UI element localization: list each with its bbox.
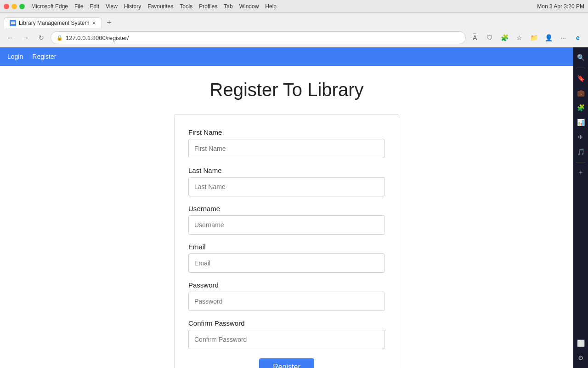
last-name-input[interactable]: [188, 177, 385, 196]
tab-bar: 📖 Library Management System × +: [0, 13, 588, 29]
menu-window[interactable]: Window: [239, 3, 259, 10]
menu-file[interactable]: File: [74, 3, 83, 10]
forward-button[interactable]: →: [19, 31, 32, 44]
first-name-input[interactable]: [188, 139, 385, 158]
menu-favourites[interactable]: Favourites: [147, 3, 173, 10]
edge-icon[interactable]: e: [571, 31, 584, 44]
username-label: Username: [188, 205, 385, 213]
sidebar-divider-2: [576, 162, 585, 162]
confirm-password-group: Confirm Password: [188, 319, 385, 349]
read-aloud-icon[interactable]: A̅: [469, 31, 481, 44]
minimize-dot[interactable]: [11, 4, 17, 9]
close-dot[interactable]: [4, 4, 9, 9]
url-bar[interactable]: 🔒 127.0.0.1:8000/register/: [51, 31, 466, 44]
sidebar-favorites-icon[interactable]: 🔖: [574, 72, 587, 85]
main-container: Login Register Register To Library First…: [0, 47, 588, 368]
menu-bar: Microsoft Edge File Edit View History Fa…: [31, 3, 277, 10]
page-body: Register To Library First Name Last Name…: [0, 66, 573, 368]
menu-history[interactable]: History: [124, 3, 141, 10]
tab-favicon: 📖: [10, 20, 16, 26]
email-input[interactable]: [188, 253, 385, 273]
url-text: 127.0.0.1:8000/register/: [66, 34, 129, 41]
sidebar-music-icon[interactable]: 🎵: [574, 145, 587, 158]
back-button[interactable]: ←: [4, 31, 17, 44]
collections-icon[interactable]: 📁: [527, 31, 540, 44]
favorites-icon[interactable]: ☆: [513, 31, 526, 44]
password-group: Password: [188, 281, 385, 311]
email-group: Email: [188, 243, 385, 273]
tab-title: Library Management System: [19, 20, 89, 26]
sidebar-office-icon[interactable]: 📊: [574, 116, 587, 129]
address-bar: ← → ↻ 🔒 127.0.0.1:8000/register/ A̅ 🛡 🧩 …: [0, 29, 588, 47]
confirm-password-label: Confirm Password: [188, 319, 385, 327]
extension-icon[interactable]: 🧩: [498, 31, 511, 44]
nav-register[interactable]: Register: [32, 53, 56, 60]
register-button[interactable]: Register: [259, 358, 314, 368]
shield-icon[interactable]: 🛡: [483, 31, 496, 44]
new-tab-button[interactable]: +: [104, 17, 115, 28]
password-input[interactable]: [188, 292, 385, 311]
menu-profiles[interactable]: Profiles: [199, 3, 217, 10]
sidebar-add-icon[interactable]: ＋: [574, 166, 587, 179]
confirm-password-input[interactable]: [188, 330, 385, 349]
lock-icon: 🔒: [57, 35, 63, 41]
last-name-label: Last Name: [188, 167, 385, 174]
register-form-card: First Name Last Name Username Email: [174, 114, 399, 368]
nav-login[interactable]: Login: [7, 53, 23, 60]
menu-app[interactable]: Microsoft Edge: [31, 3, 68, 10]
username-input[interactable]: [188, 215, 385, 235]
sidebar-downloads-icon[interactable]: 💼: [574, 86, 587, 99]
tab-close-button[interactable]: ×: [92, 20, 96, 26]
last-name-group: Last Name: [188, 167, 385, 196]
menu-view[interactable]: View: [106, 3, 118, 10]
titlebar: Microsoft Edge File Edit View History Fa…: [0, 0, 588, 13]
navbar: Login Register: [0, 47, 573, 66]
datetime: Mon 3 Apr 3:20 PM: [537, 3, 584, 10]
maximize-dot[interactable]: [19, 4, 25, 9]
reload-button[interactable]: ↻: [35, 31, 48, 44]
sidebar-search-icon[interactable]: 🔍: [574, 51, 587, 64]
browser-chrome: 📖 Library Management System × + ← → ↻ 🔒 …: [0, 13, 588, 47]
menu-tab[interactable]: Tab: [224, 3, 232, 10]
password-label: Password: [188, 281, 385, 289]
first-name-group: First Name: [188, 128, 385, 158]
right-sidebar: 🔍 🔖 💼 🧩 📊 ✈ 🎵 ＋ ⬜ ⚙: [573, 47, 588, 368]
first-name-label: First Name: [188, 128, 385, 136]
sidebar-settings-icon[interactable]: ⚙: [574, 351, 587, 364]
window-controls[interactable]: [4, 4, 25, 9]
toolbar-icons: A̅ 🛡 🧩 ☆ 📁 👤 ··· e: [469, 31, 584, 44]
page-content: Login Register Register To Library First…: [0, 47, 573, 368]
menu-tools[interactable]: Tools: [180, 3, 192, 10]
menu-edit[interactable]: Edit: [90, 3, 99, 10]
titlebar-right: Mon 3 Apr 3:20 PM: [537, 3, 584, 10]
menu-help[interactable]: Help: [265, 3, 277, 10]
sidebar-apps-icon[interactable]: 🧩: [574, 101, 587, 114]
email-label: Email: [188, 243, 385, 251]
sidebar-telegram-icon[interactable]: ✈: [574, 131, 587, 144]
active-tab[interactable]: 📖 Library Management System ×: [4, 17, 102, 28]
username-group: Username: [188, 205, 385, 235]
profile-icon[interactable]: 👤: [542, 31, 555, 44]
sidebar-divider-1: [576, 68, 585, 68]
page-heading: Register To Library: [210, 80, 364, 100]
more-menu-icon[interactable]: ···: [557, 31, 570, 44]
sidebar-split-icon[interactable]: ⬜: [574, 337, 587, 350]
